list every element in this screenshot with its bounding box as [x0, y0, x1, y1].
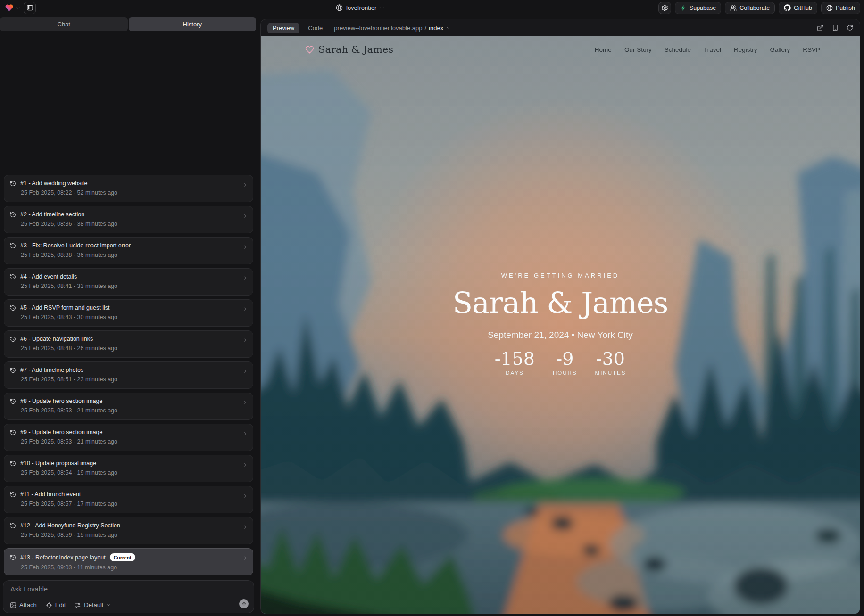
site-nav-link[interactable]: Schedule [665, 46, 691, 53]
history-icon [10, 460, 16, 467]
site-nav-link[interactable]: RSVP [803, 46, 820, 53]
hero-section: WE'RE GETTING MARRIED Sarah & James Sept… [261, 272, 860, 376]
history-item[interactable]: #10 - Update proposal image 25 Feb 2025,… [4, 455, 253, 482]
history-item[interactable]: #13 - Refactor index page layout Current… [4, 548, 253, 575]
countdown-column: -9 HOURS [553, 350, 577, 376]
send-button[interactable] [239, 599, 249, 608]
history-item-title: #11 - Add brunch event [20, 491, 81, 498]
lovable-logo-menu[interactable] [5, 3, 20, 12]
history-item-timestamp: 25 Feb 2025, 08:22 - 52 minutes ago [21, 189, 247, 196]
globe-icon [336, 4, 343, 11]
tab-preview[interactable]: Preview [267, 23, 299, 33]
github-icon [784, 4, 791, 11]
history-icon [10, 523, 16, 529]
history-item-timestamp: 25 Feb 2025, 08:36 - 38 minutes ago [21, 221, 247, 227]
site-nav-link[interactable]: Travel [704, 46, 721, 53]
chevron-right-icon [242, 306, 248, 312]
publish-button[interactable]: Publish [821, 2, 860, 14]
history-item-timestamp: 25 Feb 2025, 08:38 - 36 minutes ago [21, 252, 247, 258]
chevron-right-icon [242, 182, 248, 188]
preview-panel: Preview Code preview--lovefrontier.lovab… [260, 19, 860, 614]
history-item-title: #1 - Add wedding website [20, 180, 87, 187]
history-item[interactable]: #2 - Add timeline section 25 Feb 2025, 0… [4, 206, 253, 233]
history-item[interactable]: #7 - Add timeline photos 25 Feb 2025, 08… [4, 361, 253, 389]
history-item-title: #2 - Add timeline section [20, 211, 84, 218]
site-nav-link[interactable]: Our Story [624, 46, 652, 53]
site-logo[interactable]: Sarah & James [305, 44, 393, 55]
mode-selector[interactable]: Default [75, 601, 111, 608]
refresh-icon[interactable] [847, 25, 853, 31]
sidebar-tabs: Chat History [0, 17, 256, 31]
panel-left-icon [26, 4, 33, 11]
history-item-timestamp: 25 Feb 2025, 08:59 - 15 minutes ago [21, 532, 247, 538]
history-item[interactable]: #1 - Add wedding website 25 Feb 2025, 08… [4, 175, 253, 202]
supabase-icon [680, 5, 687, 11]
site-logo-text: Sarah & James [318, 44, 393, 55]
project-selector[interactable]: lovefrontier [336, 0, 384, 16]
countdown-column: -158 DAYS [495, 350, 535, 376]
countdown: -158 DAYS -9 HOURS -30 MINUTES [261, 350, 860, 376]
hero-eyebrow: WE'RE GETTING MARRIED [261, 272, 860, 279]
settings-button[interactable] [658, 2, 671, 14]
sliders-icon [75, 602, 81, 608]
history-item[interactable]: #9 - Update hero section image 25 Feb 20… [4, 424, 253, 451]
history-icon [10, 305, 16, 311]
history-item[interactable]: #6 - Update navigation links 25 Feb 2025… [4, 330, 253, 358]
countdown-value: -9 [553, 350, 577, 368]
tab-history[interactable]: History [129, 17, 257, 31]
hero-title: Sarah & James [261, 288, 860, 318]
history-item[interactable]: #11 - Add brunch event 25 Feb 2025, 08:5… [4, 486, 253, 513]
history-item-timestamp: 25 Feb 2025, 08:48 - 26 minutes ago [21, 345, 247, 352]
github-button[interactable]: GitHub [779, 2, 817, 14]
site-nav-link[interactable]: Registry [734, 46, 757, 53]
hero-date-location: September 21, 2024 • New York City [261, 330, 860, 340]
chevron-down-icon [446, 25, 450, 30]
history-item[interactable]: #12 - Add Honeyfund Registry Section 25 … [4, 517, 253, 544]
supabase-label: Supabase [690, 5, 716, 11]
mobile-view-icon[interactable] [832, 25, 839, 31]
sidebar: Chat History #1 - Add wedding website 25… [0, 16, 257, 616]
history-item-title: #4 - Add event details [20, 273, 77, 280]
history-item-timestamp: 25 Feb 2025, 08:41 - 33 minutes ago [21, 283, 247, 289]
preview-url[interactable]: preview--lovefrontier.lovable.app / inde… [334, 25, 450, 32]
chevron-right-icon [242, 275, 248, 281]
open-external-icon[interactable] [817, 25, 824, 32]
history-icon [10, 274, 16, 280]
history-icon [10, 367, 16, 373]
supabase-button[interactable]: Supabase [675, 2, 721, 14]
app-window: lovefrontier Supabase Collaborate [0, 0, 864, 616]
collaborate-button[interactable]: Collaborate [725, 2, 775, 14]
composer-input[interactable] [10, 585, 235, 593]
chevron-right-icon [242, 400, 248, 405]
history-item-timestamp: 25 Feb 2025, 08:54 - 19 minutes ago [21, 469, 247, 476]
history-item[interactable]: #4 - Add event details 25 Feb 2025, 08:4… [4, 268, 253, 296]
countdown-label: DAYS [495, 370, 535, 376]
site-nav-link[interactable]: Home [595, 46, 612, 53]
publish-label: Publish [836, 5, 855, 11]
url-page: index [429, 25, 443, 32]
history-item[interactable]: #5 - Add RSVP form and guest list 25 Feb… [4, 299, 253, 327]
tab-code[interactable]: Code [306, 23, 324, 33]
preview-toolbar: Preview Code preview--lovefrontier.lovab… [261, 19, 860, 36]
github-label: GitHub [794, 5, 812, 11]
url-host: preview--lovefrontier.lovable.app [334, 25, 422, 32]
publish-globe-icon [826, 5, 833, 11]
toggle-sidebar-button[interactable] [24, 2, 36, 14]
heart-icon [305, 45, 314, 54]
tab-chat[interactable]: Chat [0, 17, 128, 31]
users-icon [730, 5, 737, 11]
history-item-title: #7 - Add timeline photos [20, 367, 83, 373]
history-item[interactable]: #3 - Fix: Resolve Lucide-react import er… [4, 237, 253, 264]
composer: Attach Edit Default [3, 580, 254, 613]
top-bar: lovefrontier Supabase Collaborate [0, 0, 864, 16]
edit-button[interactable]: Edit [46, 601, 66, 608]
attach-button[interactable]: Attach [10, 601, 37, 608]
history-item[interactable]: #8 - Update hero section image 25 Feb 20… [4, 393, 253, 420]
history-item-title: #6 - Update navigation links [20, 336, 93, 342]
history-icon [10, 181, 16, 187]
chevron-down-icon [106, 603, 111, 608]
current-badge: Current [110, 553, 135, 561]
history-item-title: #13 - Refactor index page layout [20, 554, 106, 561]
site-nav-link[interactable]: Gallery [770, 46, 790, 53]
edit-target-icon [46, 602, 52, 608]
